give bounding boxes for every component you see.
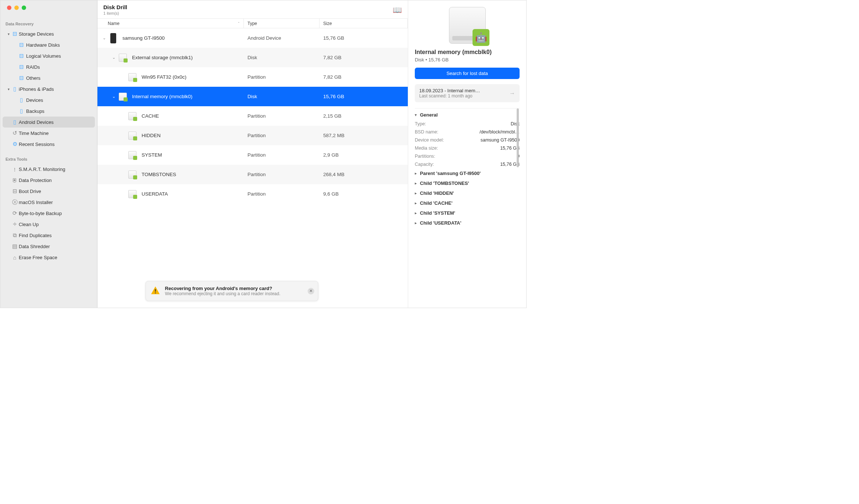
sidebar-label: Devices: [26, 97, 43, 103]
sidebar-item-erase-free-space[interactable]: ⌂ Erase Free Space: [3, 252, 95, 263]
refresh-icon: ⟳: [11, 210, 19, 217]
row-size: 15,76 GB: [320, 94, 408, 99]
column-name[interactable]: Name ˄: [97, 19, 244, 28]
sidebar-item-android-devices[interactable]: ▯ Android Devices: [3, 117, 95, 128]
sidebar-item-hardware-disks[interactable]: ⊟ Hardware Disks: [3, 39, 95, 50]
collapsed-section[interactable]: ▸Child 'USERDATA': [415, 218, 520, 228]
sidebar-label: RAIDs: [26, 64, 40, 70]
row-name: samsung GT-I9500: [122, 35, 165, 41]
disk-icon: ⊟: [17, 42, 26, 48]
search-lost-data-button[interactable]: Search for lost data: [415, 68, 520, 79]
drive-icon: [128, 72, 137, 82]
session-card[interactable]: 18.09.2023 - Internal mem… Last scanned:…: [415, 84, 520, 102]
close-window-button[interactable]: [7, 6, 11, 10]
sidebar-section-data-recovery: Data Recovery: [0, 19, 97, 28]
sidebar-item-time-machine[interactable]: ↺ Time Machine: [3, 128, 95, 139]
maximize-window-button[interactable]: [22, 6, 26, 10]
sidebar-label: macOS Installer: [19, 200, 53, 205]
toast-close-button[interactable]: ✕: [308, 288, 314, 294]
sidebar-item-logical-volumes[interactable]: ⊟ Logical Volumes: [3, 50, 95, 61]
collapsed-section[interactable]: ▸Child 'HIDDEN': [415, 188, 520, 198]
device-thumbnail: 🤖: [415, 7, 520, 44]
detail-subtitle: Disk • 15,76 GB: [415, 57, 520, 62]
table-row[interactable]: Win95 FAT32 (0x0c)Partition7,82 GB: [97, 67, 408, 87]
sparkle-icon: ✧: [11, 221, 19, 228]
drive-icon: [128, 170, 137, 179]
property-key: Partitions:: [415, 154, 435, 159]
drive-icon: [118, 92, 128, 101]
property-key: Type:: [415, 121, 426, 126]
property-value: /dev/block/mmcbl…: [480, 129, 520, 135]
table-row[interactable]: HIDDENPartition587,2 MB: [97, 126, 408, 145]
phone-icon: ▯: [11, 86, 19, 92]
chevron-right-icon: ▸: [415, 211, 420, 215]
disk-icon: ⊟: [17, 64, 26, 70]
minimize-window-button[interactable]: [14, 6, 19, 10]
sidebar-label: Recent Sessions: [19, 142, 55, 147]
scrollbar-thumb[interactable]: [517, 108, 519, 167]
sidebar-item-byte-backup[interactable]: ⟳ Byte-to-byte Backup: [3, 208, 95, 219]
chevron-down-icon[interactable]: ⌄: [100, 36, 108, 40]
property-row: Device model:samsung GT-I9500: [415, 136, 520, 144]
sidebar-item-devices[interactable]: ▯ Devices: [3, 94, 95, 106]
table-row[interactable]: CACHEPartition2,15 GB: [97, 106, 408, 126]
sidebar-item-backups[interactable]: ▯ Backups: [3, 106, 95, 117]
sidebar-label: S.M.A.R.T. Monitoring: [19, 167, 65, 172]
table-row[interactable]: ⌄samsung GT-I9500Android Device15,76 GB: [97, 28, 408, 48]
sidebar-item-recent-sessions[interactable]: ⚙ Recent Sessions: [3, 139, 95, 150]
page-title: Disk Drill: [103, 4, 127, 10]
page-subtitle: 1 item(s): [103, 11, 127, 15]
chevron-right-icon: ▸: [415, 191, 420, 195]
property-key: Capacity:: [415, 162, 434, 167]
table-row[interactable]: USERDATAPartition9,6 GB: [97, 184, 408, 204]
collapsed-section[interactable]: ▸Parent 'samsung GT-I9500': [415, 168, 520, 178]
sidebar-item-find-duplicates[interactable]: ⧉ Find Duplicates: [3, 230, 95, 241]
sidebar-item-iphones-ipads[interactable]: ▾ ▯ iPhones & iPads: [3, 83, 95, 94]
shredder-icon: ▤: [11, 243, 19, 250]
sidebar-item-boot-drive[interactable]: ⊟ Boot Drive: [3, 186, 95, 197]
toast-title: Recovering from your Android's memory ca…: [165, 286, 281, 291]
row-name: Win95 FAT32 (0x0c): [142, 74, 186, 80]
phone-icon: ▯: [17, 97, 26, 103]
section-general[interactable]: ▾ General: [415, 110, 520, 120]
detail-title: Internal memory (mmcblk0): [415, 49, 520, 56]
sidebar-item-smart[interactable]: ⫶ S.M.A.R.T. Monitoring: [3, 164, 95, 175]
sidebar-item-storage-devices[interactable]: ▾ ⊟ Storage Devices: [3, 28, 95, 39]
copy-icon: ⧉: [11, 232, 19, 239]
arrow-right-icon: →: [509, 90, 515, 97]
sidebar-item-data-shredder[interactable]: ▤ Data Shredder: [3, 241, 95, 252]
warning-icon: [150, 286, 161, 296]
general-properties: Type:DiskBSD name:/dev/block/mmcbl…Devic…: [415, 120, 520, 168]
chevron-down-icon[interactable]: ⌄: [109, 94, 118, 99]
sidebar-label: Backups: [26, 108, 44, 114]
sidebar-item-others[interactable]: ⊟ Others: [3, 72, 95, 83]
sidebar-item-macos-installer[interactable]: ⓧ macOS Installer: [3, 197, 95, 208]
svg-rect-1: [155, 293, 156, 293]
collapsed-section[interactable]: ▸Child 'TOMBSTONES': [415, 178, 520, 188]
app-window: Data Recovery ▾ ⊟ Storage Devices ⊟ Hard…: [0, 0, 527, 308]
section-label: Child 'USERDATA': [420, 220, 461, 226]
table-row[interactable]: TOMBSTONESPartition268,4 MB: [97, 165, 408, 184]
sidebar-label: Clean Up: [19, 222, 39, 227]
collapsed-section[interactable]: ▸Child 'SYSTEM': [415, 208, 520, 218]
row-name: SYSTEM: [142, 152, 162, 158]
android-badge-icon: 🤖: [473, 29, 489, 46]
sidebar-item-data-protection[interactable]: ⛨ Data Protection: [3, 175, 95, 186]
collapsed-section[interactable]: ▸Child 'CACHE': [415, 198, 520, 208]
chevron-right-icon: ▸: [415, 181, 420, 185]
table-row[interactable]: ⌄External storage (mmcblk1)Disk7,82 GB: [97, 48, 408, 67]
row-type: Disk: [244, 94, 320, 99]
table-row[interactable]: SYSTEMPartition2,9 GB: [97, 145, 408, 165]
sidebar-item-raids[interactable]: ⊟ RAIDs: [3, 61, 95, 72]
row-size: 2,15 GB: [320, 113, 408, 119]
chevron-down-icon[interactable]: ⌄: [109, 55, 118, 60]
section-label: Child 'TOMBSTONES': [420, 180, 469, 186]
sidebar-item-clean-up[interactable]: ✧ Clean Up: [3, 219, 95, 230]
help-book-icon[interactable]: 📖: [393, 6, 402, 14]
table-row[interactable]: ⌄Internal memory (mmcblk0)Disk15,76 GB: [97, 87, 408, 106]
column-type[interactable]: Type: [244, 19, 320, 28]
sidebar-label: Byte-to-byte Backup: [19, 211, 62, 216]
toast-android-recovery: Recovering from your Android's memory ca…: [146, 281, 318, 301]
column-size[interactable]: Size: [320, 19, 408, 28]
chevron-down-icon: ▾: [415, 113, 420, 117]
